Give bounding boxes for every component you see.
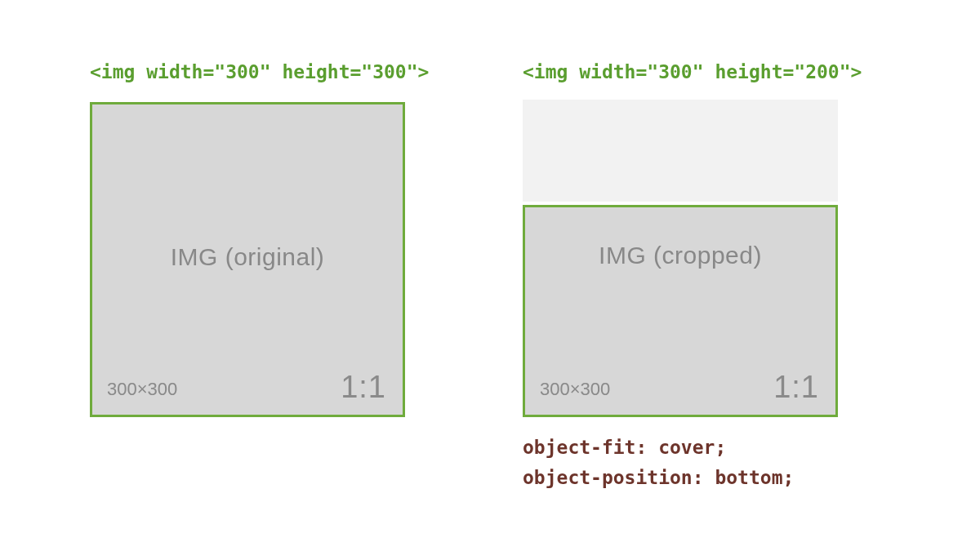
original-dimensions-text: 300×300 (107, 379, 177, 400)
cropped-placeholder-label: IMG (cropped) (599, 242, 762, 269)
cropped-stack: IMG (cropped) 300×300 1:1 (523, 102, 838, 417)
cropped-image-frame: IMG (cropped) 300×300 1:1 (523, 205, 838, 417)
original-image-frame: IMG (original) 300×300 1:1 (90, 102, 405, 417)
cropped-dimensions-text: 300×300 (540, 379, 610, 400)
cropped-css-block: object-fit: cover; object-position: bott… (523, 437, 874, 490)
original-placeholder-label: IMG (original) (171, 243, 325, 271)
css-object-fit: object-fit: cover; (523, 437, 874, 460)
cropped-img-tag: <img width="300" height="200"> (523, 61, 874, 84)
css-object-position: object-position: bottom; (523, 467, 874, 490)
diagram-canvas: <img width="300" height="300"> IMG (orig… (0, 0, 980, 551)
original-ratio-text: 1:1 (341, 370, 386, 405)
panel-cropped: <img width="300" height="200"> IMG (crop… (523, 61, 874, 490)
cropped-ghost-area (523, 100, 838, 202)
panel-original: <img width="300" height="300"> IMG (orig… (90, 61, 441, 417)
original-img-tag: <img width="300" height="300"> (90, 61, 441, 84)
cropped-ratio-text: 1:1 (773, 370, 819, 405)
